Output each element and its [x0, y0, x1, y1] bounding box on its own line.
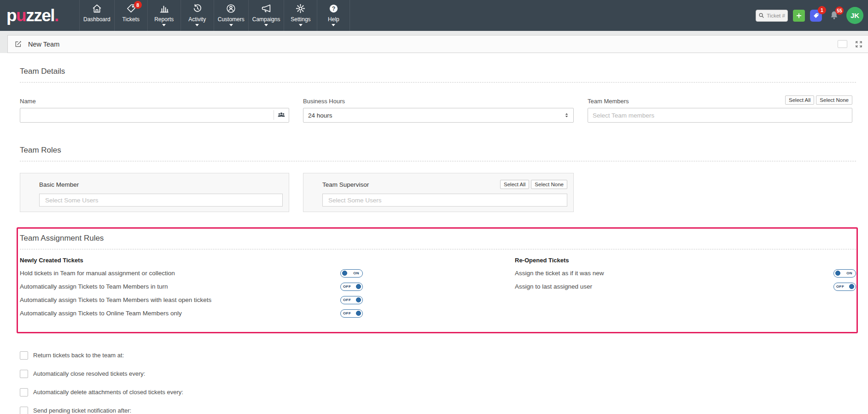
- my-tickets-button[interactable]: 1: [810, 10, 822, 22]
- new-team-form: Team Details Name Business Hours: [0, 67, 868, 414]
- toggle-knob: [356, 284, 361, 289]
- select-arrows-icon: [564, 112, 569, 118]
- fullscreen-icon[interactable]: [855, 41, 862, 48]
- edit-icon: [14, 40, 22, 48]
- assignment-rules-columns: Newly Created Tickets Hold tickets in Te…: [20, 257, 856, 320]
- team-assignment-rules-highlight: Team Assignment Rules Newly Created Tick…: [17, 227, 858, 333]
- nav-item-dashboard[interactable]: Dashboard: [79, 0, 114, 31]
- input-divider: [274, 110, 274, 120]
- add-new-button[interactable]: [793, 10, 805, 22]
- nav-item-help[interactable]: ? Help: [317, 0, 350, 31]
- group-picker-icon[interactable]: [277, 111, 286, 118]
- nav-item-label: Activity: [188, 16, 206, 23]
- toggle-switch[interactable]: OFF: [340, 296, 363, 304]
- chevron-down-icon: [264, 24, 268, 26]
- newly-created-tickets-column: Newly Created Tickets Hold tickets in Te…: [20, 257, 363, 320]
- checkbox-label: Automatically close resolved tickets eve…: [33, 370, 145, 377]
- chevron-down-icon: [299, 24, 303, 26]
- checkbox-row: Automatically close resolved tickets eve…: [20, 369, 856, 378]
- person-icon: [226, 3, 236, 14]
- team-supervisor-label: Team Supervisor: [322, 181, 369, 188]
- business-hours-value: 24 hours: [308, 112, 332, 119]
- rule-row: Assign the ticket as if it was new ON: [515, 266, 856, 280]
- checkbox-label: Automatically delete attachments of clos…: [33, 389, 183, 396]
- gear-icon: [295, 3, 306, 14]
- page-titlebar: New Team: [7, 35, 868, 53]
- nav-item-label: Campaigns: [252, 16, 280, 23]
- bar-chart-icon: [159, 3, 169, 14]
- business-hours-label: Business Hours: [303, 98, 345, 105]
- select-none-button[interactable]: Select None: [816, 95, 852, 105]
- rule-label: Automatically assign Tickets to Team Mem…: [20, 283, 168, 290]
- question-icon: ?: [328, 3, 339, 14]
- ticket-options-checkboxes: Return tickets back to the team at: Auto…: [20, 351, 856, 414]
- toggle-switch[interactable]: OFF: [340, 283, 363, 291]
- chevron-down-icon: [229, 24, 233, 26]
- checkbox-row: Automatically delete attachments of clos…: [20, 388, 856, 396]
- nav-item-reports[interactable]: Reports: [147, 0, 181, 31]
- nav-item-settings[interactable]: Settings: [284, 0, 317, 31]
- toggle-knob: [849, 284, 854, 289]
- navbar-right-cluster: 1 55 JK: [756, 0, 868, 31]
- nav-item-campaigns[interactable]: Campaigns: [248, 0, 284, 31]
- nav-item-label: Tickets: [122, 16, 140, 23]
- reopened-tickets-column: Re-Opened Tickets Assign the ticket as i…: [515, 257, 856, 320]
- toggle-state-label: OFF: [342, 298, 351, 302]
- page-band: New Team: [0, 31, 868, 53]
- checkbox[interactable]: [20, 370, 28, 378]
- megaphone-icon: [261, 3, 272, 14]
- divider: [20, 161, 856, 161]
- business-hours-field-group: Business Hours 24 hours: [303, 95, 574, 123]
- checkbox[interactable]: [20, 407, 28, 414]
- toggle-knob: [356, 297, 361, 302]
- reopened-tickets-title: Re-Opened Tickets: [515, 257, 856, 266]
- page-title: New Team: [28, 41, 59, 48]
- plus-icon: [796, 12, 802, 19]
- team-supervisor-input[interactable]: [322, 194, 567, 207]
- svg-text:?: ?: [332, 6, 336, 12]
- toggle-switch[interactable]: OFF: [833, 283, 856, 291]
- select-all-button[interactable]: Select All: [500, 180, 529, 189]
- basic-member-input[interactable]: [39, 194, 283, 207]
- main-navigation: Dashboard 8 Tickets Reports Activity Cus…: [79, 0, 350, 31]
- toggle-switch[interactable]: OFF: [340, 309, 363, 318]
- nav-item-tickets[interactable]: 8 Tickets: [114, 0, 147, 31]
- nav-item-label: Help: [328, 16, 339, 23]
- select-none-button[interactable]: Select None: [531, 180, 567, 189]
- checkbox[interactable]: [20, 388, 28, 396]
- logo-text: puzzel.: [6, 6, 58, 25]
- notifications-button[interactable]: 55: [829, 10, 839, 21]
- search-icon: [758, 12, 764, 18]
- nav-item-label: Settings: [291, 16, 310, 23]
- puzzel-logo[interactable]: puzzel.: [0, 0, 79, 31]
- team-members-label: Team Members: [588, 98, 629, 105]
- checkbox[interactable]: [20, 351, 28, 360]
- toggle-state-label: ON: [846, 271, 854, 275]
- toggle-switch[interactable]: ON: [340, 269, 363, 278]
- team-roles-boxes: Basic Member Team Supervisor Select All …: [20, 173, 856, 212]
- team-roles-heading: Team Roles: [20, 146, 856, 155]
- select-all-button[interactable]: Select All: [785, 95, 814, 105]
- toggle-state-label: OFF: [835, 284, 844, 289]
- tickets-notification-badge: 1: [818, 6, 826, 14]
- user-avatar[interactable]: JK: [846, 7, 863, 24]
- name-field-group: Name: [20, 95, 289, 123]
- checkbox-row: Send pending ticket notification after:: [20, 406, 856, 414]
- nav-item-label: Customers: [218, 16, 245, 23]
- team-name-input[interactable]: [20, 108, 289, 123]
- rule-label: Automatically assign Tickets to Online T…: [20, 310, 182, 317]
- chevron-down-icon: [162, 24, 166, 26]
- toggle-knob: [342, 271, 347, 276]
- business-hours-select[interactable]: 24 hours: [303, 108, 574, 123]
- toggle-knob: [356, 311, 361, 316]
- toggle-switch[interactable]: ON: [833, 269, 856, 278]
- window-button[interactable]: [838, 40, 847, 48]
- nav-item-activity[interactable]: Activity: [181, 0, 214, 31]
- toggle-state-label: ON: [353, 271, 361, 275]
- toggle-knob: [835, 271, 840, 276]
- nav-item-customers[interactable]: Customers: [214, 0, 248, 31]
- checkbox-label: Return tickets back to the team at:: [33, 352, 124, 359]
- team-members-input[interactable]: [588, 108, 852, 123]
- rule-label: Hold tickets in Team for manual assignme…: [20, 270, 175, 277]
- basic-member-label: Basic Member: [39, 181, 79, 188]
